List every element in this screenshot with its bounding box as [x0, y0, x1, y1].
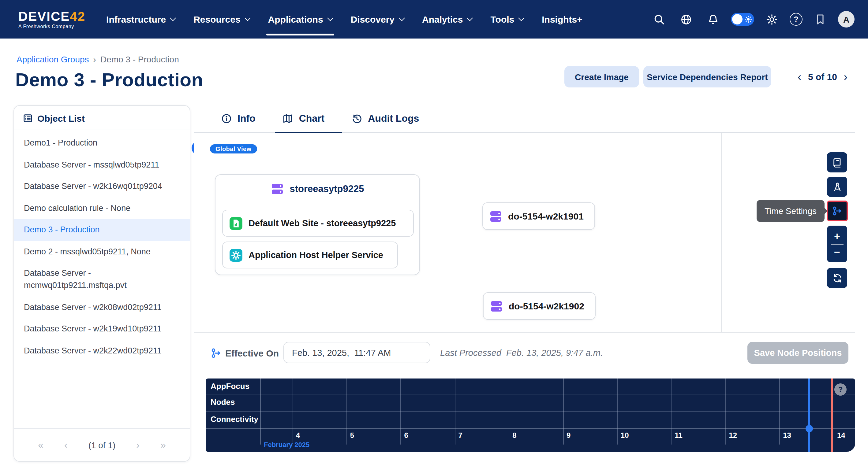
- menu-infrastructure[interactable]: Infrastructure: [106, 0, 175, 38]
- timeline-gridline: 11: [671, 378, 672, 444]
- time-settings-tooltip: Time Settings: [756, 200, 825, 222]
- list-item[interactable]: Database Server - w2k08wd02tp9211: [14, 296, 190, 318]
- chevron-down-icon: [327, 15, 333, 21]
- tab-chart[interactable]: Chart: [282, 105, 325, 132]
- book-icon: [832, 157, 843, 168]
- group-node-header[interactable]: storeeasytp9225: [215, 182, 419, 196]
- timeline-row-label: Nodes: [211, 398, 235, 407]
- timeline-marker-handle[interactable]: [805, 425, 813, 432]
- list-item[interactable]: Demo calculation rule - None: [14, 197, 190, 219]
- timeline-gridline: 4: [292, 378, 293, 444]
- breadcrumb-link[interactable]: Application Groups: [17, 55, 89, 64]
- timeline-gridline: 14: [833, 378, 834, 444]
- toggle-knob: [732, 14, 743, 25]
- refresh-button[interactable]: [827, 268, 847, 288]
- help-icon[interactable]: ?: [789, 13, 803, 26]
- breadcrumb-separator: ›: [93, 55, 96, 64]
- timeline-current-marker[interactable]: [808, 378, 810, 452]
- theme-toggle[interactable]: [731, 13, 754, 26]
- user-avatar[interactable]: A: [838, 11, 855, 28]
- list-item-selected[interactable]: Demo 3 - Production: [14, 219, 190, 241]
- settings-gear-icon[interactable]: [763, 10, 781, 28]
- tab-audit-logs[interactable]: Audit Logs: [351, 105, 419, 132]
- timeline-date-label: 4: [296, 431, 300, 440]
- dependency-chart-canvas[interactable]: Global View storeeasytp9225 Default Web …: [194, 133, 855, 332]
- save-node-positions-button[interactable]: Save Node Positions: [747, 342, 848, 364]
- top-nav: DEVICE42 A Freshworks Company Infrastruc…: [0, 0, 868, 38]
- tab-info[interactable]: Info: [221, 105, 255, 132]
- timeline-row-label: Connectivity: [211, 414, 258, 424]
- zoom-control: + −: [827, 226, 847, 262]
- effective-flow-icon: [211, 347, 222, 359]
- tab-bar: Info Chart Audit Logs: [194, 105, 855, 133]
- page-indicator: (1 of 1): [89, 440, 116, 450]
- list-icon: [23, 114, 32, 123]
- timeline-now-marker: [831, 378, 833, 452]
- timeline-row-label: AppFocus: [211, 381, 249, 391]
- timeline-label-column-divider: [260, 378, 261, 444]
- bookmark-icon[interactable]: [811, 10, 830, 28]
- timeline-row-divider: [206, 411, 855, 411]
- menu-applications[interactable]: Applications: [268, 0, 332, 38]
- logo-tagline: A Freshworks Company: [18, 24, 85, 29]
- chevron-down-icon: [399, 15, 405, 21]
- chart-node[interactable]: do-5154-w2k1902: [483, 292, 596, 320]
- timeline-month-label: February 2025: [264, 441, 309, 448]
- menu-insights[interactable]: Insights+: [542, 0, 583, 38]
- chart-group-node[interactable]: storeeasytp9225 Default Web Site - store…: [215, 174, 420, 275]
- effective-date-input[interactable]: Feb. 13, 2025, 11:47 AM: [283, 342, 430, 363]
- node-label: do-5154-w2k1901: [508, 211, 584, 221]
- device42-logo[interactable]: DEVICE42 A Freshworks Company: [18, 9, 85, 29]
- globe-icon[interactable]: [677, 10, 695, 28]
- timeline-help-icon[interactable]: ?: [834, 383, 846, 396]
- next-page-icon[interactable]: ›: [136, 439, 140, 450]
- pager-prev-icon[interactable]: ‹: [798, 71, 801, 82]
- zoom-in-button[interactable]: +: [834, 231, 840, 241]
- search-icon[interactable]: [650, 10, 669, 28]
- first-page-icon[interactable]: «: [38, 439, 43, 450]
- chevron-down-icon: [245, 15, 251, 21]
- menu-tools[interactable]: Tools: [490, 0, 523, 38]
- object-list-header: Object List: [14, 106, 190, 130]
- group-node-title: storeeasytp9225: [290, 183, 364, 195]
- create-image-button[interactable]: Create Image: [564, 66, 639, 88]
- object-list-panel: Object List Demo1 - Production Database …: [13, 105, 190, 462]
- list-item[interactable]: Demo 2 - mssqlwd05tp9211, None: [14, 241, 190, 263]
- chart-node[interactable]: do-5154-w2k1901: [483, 202, 595, 230]
- logo-accent: 42: [70, 9, 85, 23]
- timeline-date-label: 7: [458, 431, 462, 440]
- time-settings-button[interactable]: [827, 201, 848, 221]
- list-item[interactable]: Database Server - mcmwq01tp9211.msftqa.p…: [14, 263, 190, 296]
- effective-on-label: Effective On: [225, 348, 279, 358]
- service-gear-icon: [229, 248, 243, 262]
- sun-icon: [745, 16, 752, 23]
- chart-service-node[interactable]: Application Host Helper Service: [222, 241, 398, 268]
- breadcrumb: Application Groups › Demo 3 - Production: [17, 55, 179, 64]
- list-item[interactable]: Database Server - mssqlwd05tp9211: [14, 154, 190, 175]
- timeline-gridline: 13: [779, 378, 780, 444]
- list-item[interactable]: Database Server - w2k16wq01tp9204: [14, 175, 190, 197]
- menu-discovery[interactable]: Discovery: [351, 0, 404, 38]
- device42-app: DEVICE42 A Freshworks Company Infrastruc…: [0, 0, 868, 469]
- service-node-label: Default Web Site - storeeasytp9225: [249, 218, 396, 228]
- chevron-down-icon: [467, 15, 473, 21]
- service-dependencies-report-button[interactable]: Service Dependencies Report: [643, 66, 771, 88]
- last-page-icon[interactable]: »: [160, 439, 166, 450]
- chart-service-node[interactable]: Default Web Site - storeeasytp9225: [222, 210, 414, 237]
- legend-book-button[interactable]: [827, 152, 847, 172]
- list-item[interactable]: Demo1 - Production: [14, 132, 190, 154]
- menu-resources[interactable]: Resources: [193, 0, 249, 38]
- service-node-label: Application Host Helper Service: [249, 250, 383, 260]
- global-view-badge: Global View: [210, 144, 257, 154]
- prev-page-icon[interactable]: ‹: [64, 439, 68, 450]
- history-timeline[interactable]: AppFocus Nodes Connectivity 4 5 6 7 8 9 …: [206, 378, 855, 452]
- notifications-bell-icon[interactable]: [704, 10, 722, 28]
- zoom-out-button[interactable]: −: [834, 247, 840, 257]
- page-title: Demo 3 - Production: [15, 69, 203, 91]
- timeline-date-label: 5: [350, 431, 354, 440]
- layout-compass-button[interactable]: [827, 177, 847, 197]
- web-site-icon: [229, 216, 243, 230]
- list-item[interactable]: Database Server - w2k19wd10tp9211: [14, 318, 190, 340]
- pager-next-icon[interactable]: ›: [844, 71, 847, 82]
- menu-analytics[interactable]: Analytics: [422, 0, 472, 38]
